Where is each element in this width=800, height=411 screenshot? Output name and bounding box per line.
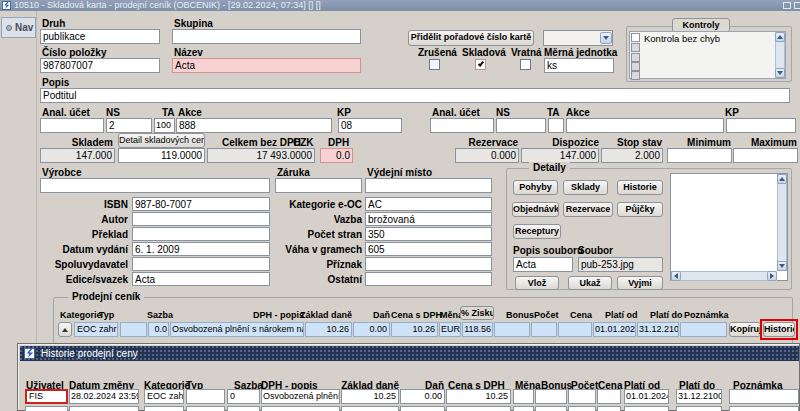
- scroll-down-button[interactable]: [775, 68, 785, 78]
- cenik-header-zisk[interactable]: % Zisku: [460, 306, 494, 320]
- druh-field[interactable]: publikace: [40, 29, 160, 44]
- vyrobce-field[interactable]: [40, 178, 270, 193]
- zrusena-checkbox[interactable]: [429, 59, 440, 70]
- hist-dph-popis-field[interactable]: Osvobozená plnění s r: [261, 389, 340, 404]
- cenik-sazba-field[interactable]: 0.0: [148, 322, 169, 337]
- hist-row2-plati-od-field[interactable]: [624, 406, 669, 411]
- cenik-plati-od-field[interactable]: 01.01.2024: [593, 322, 636, 337]
- rezervace-button[interactable]: Rezervace: [563, 202, 613, 217]
- hist-row2-datum-field[interactable]: [69, 406, 139, 411]
- hist-plati-do-field[interactable]: 31.12.2100: [676, 389, 722, 404]
- hist-sazba-field[interactable]: 0: [227, 389, 260, 404]
- ta-field-left[interactable]: 100: [154, 118, 175, 133]
- ostatni-field[interactable]: [365, 272, 492, 286]
- ukaz-button[interactable]: Ukaž: [568, 276, 612, 290]
- vyjmi-button[interactable]: Vyjmi: [617, 276, 663, 290]
- hist-kategorie-field[interactable]: EOC zahr: [144, 389, 184, 404]
- anal-ucet-field-left[interactable]: [40, 118, 104, 133]
- dph-field[interactable]: 0.0: [320, 148, 353, 163]
- hist-bonus-field[interactable]: [535, 389, 567, 404]
- vratna-checkbox[interactable]: [520, 59, 531, 70]
- hist-row2-uzivatel-field[interactable]: [25, 406, 68, 411]
- merna-jednotka-field[interactable]: ks: [544, 58, 614, 73]
- popis-souboru-field[interactable]: Acta: [513, 257, 573, 272]
- hist-row2-dph-popis-field[interactable]: [261, 406, 340, 411]
- cenik-typ-field[interactable]: [120, 322, 147, 337]
- close-icon[interactable]: [794, 2, 800, 9]
- pocet-stran-field[interactable]: 350: [365, 227, 492, 241]
- combo-dropdown-button[interactable]: [600, 32, 612, 44]
- hist-row2-poznamka-field[interactable]: [729, 406, 799, 411]
- hist-mena-field[interactable]: [513, 389, 534, 404]
- anal-ucet-field-right[interactable]: [430, 118, 494, 133]
- akce-field-right[interactable]: [566, 118, 724, 133]
- hist-zaklad-field[interactable]: 10.25: [341, 389, 399, 404]
- nazev-field[interactable]: Acta: [172, 58, 361, 73]
- preview-scroll-left-button[interactable]: [671, 271, 681, 281]
- minimum-field[interactable]: [667, 148, 732, 163]
- restore-icon[interactable]: [783, 2, 791, 9]
- vazba-field[interactable]: brožovaná: [365, 212, 492, 226]
- hist-row2-cena-field[interactable]: [597, 406, 621, 411]
- hist-row2-bonus-field[interactable]: [535, 406, 567, 411]
- historie-button[interactable]: Historie: [617, 180, 663, 195]
- hist-row2-typ-field[interactable]: [186, 406, 225, 411]
- hist-cena-field[interactable]: [597, 389, 621, 404]
- akce-field-left[interactable]: 888: [176, 118, 332, 133]
- scroll-up-button[interactable]: [775, 32, 785, 42]
- priznak-field[interactable]: [365, 257, 492, 271]
- skladova-checkbox[interactable]: [475, 59, 486, 70]
- pujcky-button[interactable]: Půjčky: [617, 202, 663, 217]
- cenik-expand-button[interactable]: [58, 322, 72, 337]
- hist-dan-field[interactable]: 0.00: [400, 389, 445, 404]
- cenik-cena-s-dph-field[interactable]: 10.26: [391, 322, 438, 337]
- hist-datum-field[interactable]: 28.02.2024 23:59: [69, 389, 139, 404]
- sklady-button[interactable]: Sklady: [563, 180, 608, 195]
- hist-row2-mena-field[interactable]: [513, 406, 534, 411]
- preview-scroll-right-button[interactable]: [767, 271, 777, 281]
- preview-hscrollbar[interactable]: [671, 271, 777, 281]
- cislo-polozky-field[interactable]: 987807007: [40, 58, 160, 73]
- ns-field-right[interactable]: [496, 118, 546, 133]
- hist-cena-s-dph-field[interactable]: 10.25: [446, 389, 511, 404]
- hist-row2-sazba-field[interactable]: [227, 406, 260, 411]
- hist-row2-kategorie-field[interactable]: [144, 406, 184, 411]
- hist-uzivatel-field[interactable]: FIS: [25, 389, 68, 404]
- objednavky-button[interactable]: Objednávky: [512, 202, 559, 217]
- cenik-poznamka-field[interactable]: [680, 322, 727, 337]
- vydejni-misto-field[interactable]: [365, 178, 492, 193]
- datum-vydani-field[interactable]: 6. 1. 2009: [132, 242, 270, 256]
- hist-plati-od-field[interactable]: 01.01.2024: [624, 389, 669, 404]
- preview-scroll-down-button[interactable]: [777, 261, 787, 271]
- hist-typ-field[interactable]: [186, 389, 225, 404]
- autor-field[interactable]: [132, 212, 270, 226]
- nav-tab[interactable]: Nav: [1, 17, 36, 38]
- ta-field-right[interactable]: [548, 118, 564, 133]
- preview-scroll-up-button[interactable]: [777, 174, 787, 184]
- hist-row2-cena-s-dph-field[interactable]: [446, 406, 511, 411]
- hist-row2-plati-do-field[interactable]: [676, 406, 722, 411]
- cenik-kategorie-field[interactable]: EOC zahr: [74, 322, 118, 337]
- vloz-button[interactable]: Vlož: [515, 276, 559, 290]
- vaha-field[interactable]: 605: [365, 242, 492, 256]
- cenik-bonus-field[interactable]: [494, 322, 530, 337]
- cenik-plati-do-field[interactable]: 31.12.2100: [637, 322, 679, 337]
- hist-row2-zaklad-field[interactable]: [341, 406, 399, 411]
- skupina-field[interactable]: [172, 29, 361, 44]
- hist-row2-dan-field[interactable]: [400, 406, 445, 411]
- kp-field-left[interactable]: 08: [338, 118, 402, 133]
- kp-field-right[interactable]: [726, 118, 796, 133]
- isbn-field[interactable]: 987-80-7007: [132, 197, 270, 211]
- ns-field-left[interactable]: 2: [106, 118, 152, 133]
- popis-field[interactable]: Podtitul: [40, 88, 790, 103]
- preview-vscrollbar[interactable]: [777, 174, 787, 271]
- edice-field[interactable]: Acta: [132, 272, 270, 286]
- assign-number-button[interactable]: Přidělit pořadové číslo kartě: [408, 30, 534, 46]
- receptury-button[interactable]: Receptury: [513, 224, 561, 239]
- cenik-zaklad-field[interactable]: 10.26: [305, 322, 352, 337]
- spoluvydavatel-field[interactable]: [132, 257, 270, 271]
- cenik-dan-field[interactable]: 0.00: [353, 322, 390, 337]
- kontrola-checkbox[interactable]: [631, 33, 640, 42]
- maximum-field[interactable]: [733, 148, 798, 163]
- hist-row2-pocet-field[interactable]: [568, 406, 596, 411]
